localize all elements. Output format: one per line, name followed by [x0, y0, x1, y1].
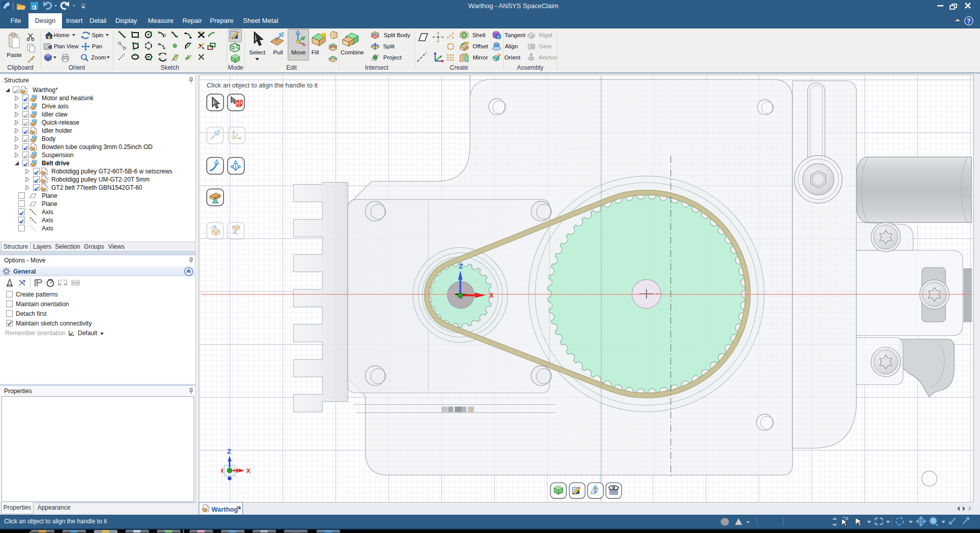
svg-text:Z: Z — [227, 448, 231, 455]
svg-text:X: X — [489, 291, 494, 299]
svg-text:X X: X X — [59, 279, 66, 282]
svg-text:?: ? — [967, 18, 970, 25]
svg-text:Click an object to align the h: Click an object to align the handle to i… — [207, 81, 318, 89]
svg-text:Z: Z — [459, 262, 463, 270]
svg-text:XYZ: XYZ — [72, 281, 79, 285]
svg-text:X: X — [246, 467, 251, 475]
